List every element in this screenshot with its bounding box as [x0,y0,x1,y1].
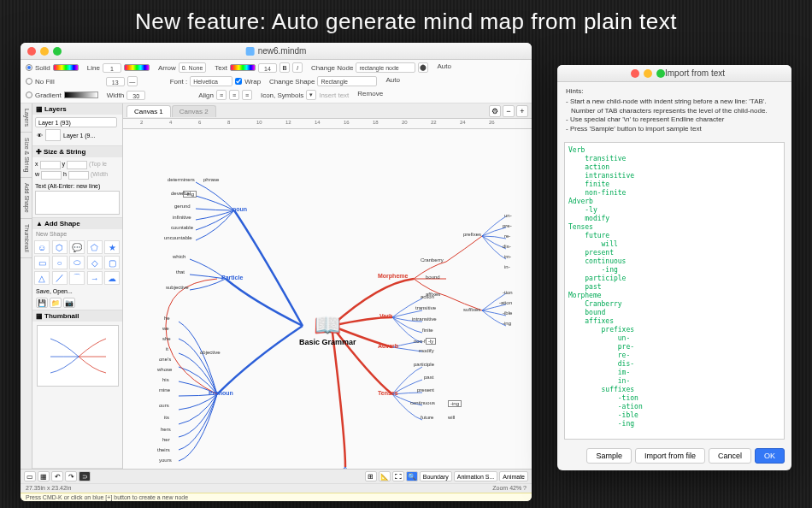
canvas-tab-1[interactable]: Canvas 1 [127,105,171,117]
mindmap-leaf[interactable]: uncountable [164,235,192,240]
tab-settings[interactable]: ⚙ [489,105,501,117]
mindmap-leaf[interactable]: re- [504,233,510,239]
w-input[interactable] [41,171,62,180]
mindmap-leaf[interactable]: intransitive [412,316,437,322]
dialog-minimize[interactable] [644,69,652,78]
width-input[interactable]: 30 [127,91,145,100]
layer-selector[interactable]: Layer 1 (93) [35,117,117,127]
italic-button[interactable]: I [292,62,303,73]
text-color-picker[interactable] [230,64,256,71]
close-window[interactable] [27,47,36,56]
mindmap-leaf[interactable]: modify [419,348,434,353]
x-input[interactable] [40,161,61,169]
mindmap-leaf[interactable]: she [162,336,171,341]
camera-icon[interactable]: 📷 [63,298,75,308]
branch-verb[interactable]: Verb [380,313,392,319]
branch-tenses[interactable]: Tenses [378,390,398,396]
mindmap-leaf[interactable]: Cranberry [421,257,444,263]
canvas[interactable]: 📖 Basic Grammar noun Particle Pronoun Mo… [123,129,532,469]
gradient-preview[interactable] [64,92,98,98]
change-node-select[interactable]: rectangle node [356,62,415,73]
side-tab-size[interactable]: Size & String [21,133,32,178]
mindmap-leaf[interactable]: -tion [503,290,513,295]
h-input[interactable] [68,171,89,180]
shape-triangle[interactable]: △ [34,271,50,285]
shape-rrect[interactable]: ▢ [104,256,120,269]
shape-diamond[interactable]: ◇ [87,256,103,269]
mindmap-leaf[interactable]: prefixes [463,232,481,237]
shape-bubble[interactable]: 💬 [69,240,85,254]
align-right[interactable]: ≡ [242,90,252,100]
tool-zoom[interactable]: 🔍 [406,471,418,481]
mindmap-leaf[interactable]: whose [157,367,172,372]
mindmap-leaf[interactable]: transitive [415,305,436,310]
mindmap-leaf[interactable]: future [421,415,433,420]
tool-grid[interactable]: ⊞ [365,471,377,481]
mindmap-leaf[interactable]: her [162,437,170,442]
shape-rect[interactable]: ▭ [34,256,50,269]
animation-select[interactable]: Animation S... [454,471,498,481]
text-input[interactable] [35,191,120,215]
mindmap-leaf[interactable]: his [162,377,169,382]
cancel-button[interactable]: Cancel [709,448,751,464]
align-center[interactable]: ≡ [229,90,239,100]
mindmap-leaf[interactable]: we [162,326,169,331]
import-file-button[interactable]: Import from file [635,448,705,464]
canvas-tab-2[interactable]: Canvas 2 [172,105,216,117]
mindmap-leaf[interactable]: dis- [503,244,511,249]
branch-adverb[interactable]: Adverb [378,343,398,349]
mindmap-leaf[interactable]: determiners [168,177,195,182]
zoom-value[interactable]: 42% [509,485,521,491]
shape-arrow[interactable]: → [87,271,103,285]
mindmap-leaf[interactable]: suffixes [463,307,480,312]
mindmap-leaf[interactable]: continuous [410,400,435,405]
mindmap-leaf[interactable]: -ing [448,400,462,407]
mindmap-leaf[interactable]: one's [159,357,171,362]
mindmap-leaf[interactable]: action [421,294,434,299]
side-tab-layers[interactable]: Layers [21,103,32,133]
mindmap-leaf[interactable]: un- [504,213,512,218]
mindmap-leaf[interactable]: pre- [503,223,512,228]
align-left[interactable]: ≡ [216,90,227,100]
mindmap-leaf[interactable]: mine [159,387,170,393]
tool-fit[interactable]: ⛶ [392,471,404,481]
mindmap-leaf[interactable]: -ible [503,310,512,316]
insert-text-placeholder[interactable]: Insert text [319,92,349,99]
help-button[interactable]: ? [523,485,527,491]
tool-2[interactable]: ▦ [38,471,50,481]
mindmap-leaf[interactable]: its [164,415,169,420]
line-style[interactable]: — [127,76,138,86]
branch-morpheme[interactable]: Morpheme [378,273,408,279]
mindmap-leaf[interactable]: past [424,375,433,380]
wrap-checkbox[interactable] [235,78,242,85]
mindmap-leaf[interactable]: finite [422,328,433,333]
folder-icon[interactable]: 📁 [50,298,62,308]
mindmap-leaf[interactable]: -ation [499,300,512,305]
mindmap-leaf[interactable]: that [176,269,185,275]
thumbnail-preview[interactable] [37,325,119,387]
layer-visible-icon[interactable]: 👁 [37,133,43,139]
tab-remove[interactable]: − [503,105,515,117]
shape-arc[interactable]: ⌒ [69,271,85,285]
boundary-select[interactable]: Boundary [420,471,452,481]
tab-add[interactable]: + [516,105,528,117]
mindmap-leaf[interactable]: im- [504,254,511,259]
minimize-window[interactable] [40,47,49,56]
arrow-select[interactable]: 0. None [179,62,207,73]
shape-line[interactable]: ／ [52,271,68,285]
branch-particle[interactable]: Particle [221,275,243,281]
mindmap-leaf[interactable]: participle [414,362,434,367]
tool-1[interactable]: ▭ [24,471,36,481]
mindmap-leaf[interactable]: objective [200,350,221,355]
line-dash-input[interactable]: 13 [106,77,125,86]
shape-pentagon[interactable]: ⬠ [87,240,103,254]
mindmap-leaf[interactable]: yours [159,458,172,463]
mindmap-leaf[interactable]: infinitive [173,215,191,220]
side-tab-thumb[interactable]: Thumbnail [21,219,32,258]
font-select[interactable]: Helvetica [190,76,232,86]
line-width-input[interactable]: 1 [103,63,121,73]
shape-cloud[interactable]: ☁ [104,271,120,285]
node-color-button[interactable]: ⬤ [418,62,428,73]
mindmap-leaf[interactable]: ours [159,403,169,408]
remove-label[interactable]: Remove [357,90,383,100]
